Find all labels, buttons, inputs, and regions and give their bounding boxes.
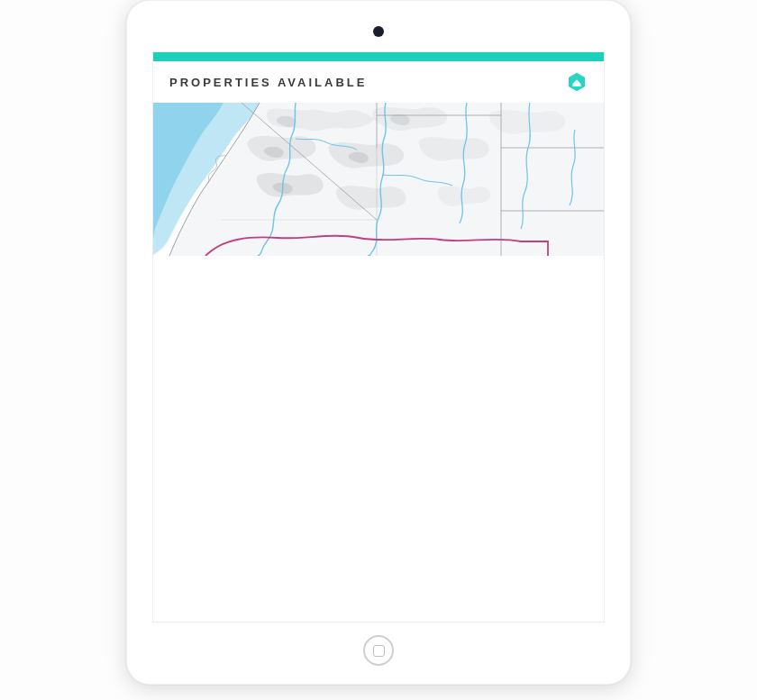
content-area bbox=[153, 256, 604, 622]
logo-icon[interactable] bbox=[566, 71, 588, 93]
header-bar: PROPERTIES AVAILABLE bbox=[153, 61, 604, 103]
camera-icon bbox=[373, 26, 384, 37]
page-title: PROPERTIES AVAILABLE bbox=[169, 76, 367, 89]
accent-bar bbox=[153, 52, 604, 61]
home-button[interactable] bbox=[363, 635, 394, 666]
tablet-frame: PROPERTIES AVAILABLE bbox=[126, 0, 631, 685]
app-screen: PROPERTIES AVAILABLE bbox=[152, 51, 605, 623]
home-square-icon bbox=[373, 645, 385, 657]
map-view[interactable] bbox=[153, 103, 604, 256]
